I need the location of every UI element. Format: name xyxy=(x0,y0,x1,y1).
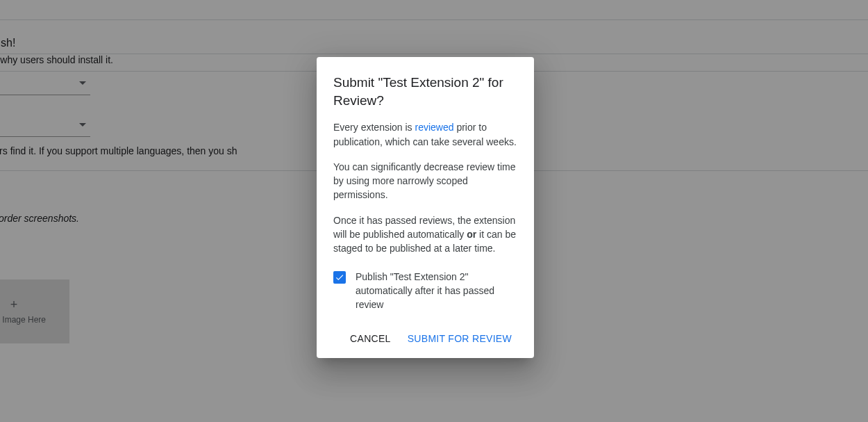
dialog-actions: CANCEL SUBMIT FOR REVIEW xyxy=(333,327,517,350)
dialog-title: Submit "Test Extension 2" for Review? xyxy=(333,74,517,109)
submit-for-review-button[interactable]: SUBMIT FOR REVIEW xyxy=(402,327,517,350)
check-icon xyxy=(335,273,344,282)
dialog-paragraph-1: Every extension is reviewed prior to pub… xyxy=(333,120,517,149)
publish-automatically-label: Publish "Test Extension 2" automatically… xyxy=(356,270,517,312)
publish-automatically-checkbox[interactable] xyxy=(333,271,346,284)
dialog-paragraph-3: Once it has passed reviews, the extensio… xyxy=(333,213,517,256)
cancel-button[interactable]: CANCEL xyxy=(344,327,397,350)
submit-review-dialog: Submit "Test Extension 2" for Review? Ev… xyxy=(317,57,534,358)
dialog-paragraph-2: You can significantly decrease review ti… xyxy=(333,160,517,202)
reviewed-link[interactable]: reviewed xyxy=(415,122,454,133)
